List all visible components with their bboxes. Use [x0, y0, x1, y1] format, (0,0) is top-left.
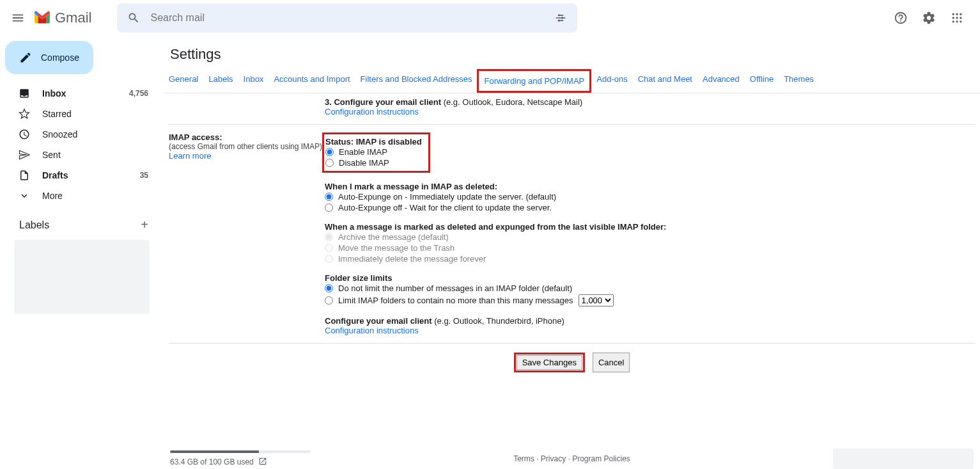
sidebar-item-label: More	[42, 191, 148, 201]
sidebar-item-count: 4,756	[129, 89, 148, 98]
imap-status: Status: IMAP is disabled	[325, 137, 422, 147]
pop-step-label: 3. Configure your email client	[325, 97, 441, 107]
search-input[interactable]	[144, 12, 550, 24]
svg-point-7	[956, 17, 958, 19]
svg-point-9	[953, 20, 954, 22]
sidebar-item-snoozed[interactable]: Snoozed	[5, 124, 159, 145]
apps-grid-icon	[951, 12, 963, 24]
svg-point-11	[960, 20, 961, 22]
compose-label: Compose	[41, 52, 79, 63]
sidebar-item-label: Inbox	[42, 88, 129, 99]
tab-general[interactable]: General	[164, 69, 203, 93]
clock-icon	[18, 129, 31, 140]
delete-forever-radio	[325, 255, 333, 263]
sidebar-item-starred[interactable]: Starred	[5, 104, 159, 124]
compose-button[interactable]: Compose	[5, 41, 93, 74]
policies-link[interactable]: Program Policies	[572, 454, 630, 463]
svg-point-4	[956, 13, 958, 15]
config-instructions-link-2[interactable]: Configuration instructions	[325, 326, 419, 335]
pencil-icon	[19, 51, 32, 64]
sidebar-item-label: Sent	[42, 150, 148, 160]
gmail-logo[interactable]: Gmail	[33, 10, 91, 26]
auto-expunge-on-radio[interactable]	[325, 193, 333, 201]
imap-access-sub: (access Gmail from other clients using I…	[169, 142, 325, 151]
imap-status-highlight: Status: IMAP is disabled Enable IMAP Dis…	[322, 132, 430, 173]
file-icon	[18, 170, 31, 181]
add-label-button[interactable]: +	[141, 218, 148, 232]
settings-button[interactable]	[916, 5, 942, 31]
tab-add-ons[interactable]: Add-ons	[591, 69, 632, 93]
tab-themes[interactable]: Themes	[779, 69, 819, 93]
search-bar[interactable]	[117, 3, 577, 33]
gmail-logo-text: Gmail	[55, 10, 91, 26]
settings-tabs: GeneralLabelsInboxAccounts and ImportFil…	[164, 69, 980, 93]
sidebar-item-inbox[interactable]: Inbox4,756	[5, 83, 159, 104]
limit-radio[interactable]	[325, 296, 333, 305]
cancel-button[interactable]: Cancel	[593, 353, 630, 372]
sidebar-item-label: Starred	[42, 109, 148, 119]
svg-point-5	[960, 13, 961, 15]
sidebar-item-label: Snoozed	[42, 129, 148, 139]
save-highlight: Save Changes	[514, 353, 585, 372]
tab-accounts-and-import[interactable]: Accounts and Import	[268, 69, 355, 93]
hamburger-icon	[11, 11, 25, 25]
tab-filters-and-blocked-addresses[interactable]: Filters and Blocked Addresses	[355, 69, 478, 93]
terms-link[interactable]: Terms	[513, 454, 534, 463]
svg-point-8	[960, 17, 961, 19]
config-client-title: Configure your email client	[325, 316, 432, 326]
gmail-icon	[33, 11, 51, 25]
label-placeholder	[14, 240, 150, 314]
sidebar-item-label: Drafts	[42, 170, 140, 180]
main-menu-button[interactable]	[5, 5, 31, 31]
sidebar-item-sent[interactable]: Sent	[5, 145, 159, 165]
tab-forwarding-and-pop-imap[interactable]: Forwarding and POP/IMAP	[477, 69, 591, 93]
svg-point-1	[561, 17, 563, 19]
expand-icon	[18, 190, 31, 202]
folder-header: Folder size limits	[325, 273, 975, 283]
auto-expunge-off-radio[interactable]	[325, 203, 333, 212]
sidebar-item-count: 35	[140, 171, 148, 180]
account-activity-placeholder	[833, 449, 974, 469]
inbox-icon	[18, 88, 31, 99]
imap-access-title: IMAP access:	[169, 132, 325, 142]
config-instructions-link-1[interactable]: Configuration instructions	[325, 107, 419, 116]
trash-radio	[325, 244, 333, 252]
open-in-new-icon[interactable]	[258, 457, 267, 468]
settings-title: Settings	[164, 36, 980, 69]
apps-button[interactable]	[944, 5, 970, 31]
search-options-icon[interactable]	[550, 8, 571, 28]
sidebar-item-drafts[interactable]: Drafts35	[5, 165, 159, 186]
disable-imap-radio[interactable]	[325, 159, 334, 167]
svg-point-3	[953, 13, 954, 15]
app-header: Gmail	[0, 0, 980, 36]
search-icon[interactable]	[123, 8, 144, 28]
svg-point-10	[956, 20, 958, 22]
sidebar: Compose Inbox4,756StarredSnoozedSentDraf…	[0, 36, 159, 469]
config-client-hint: (e.g. Outlook, Thunderbird, iPhone)	[434, 316, 564, 326]
tab-chat-and-meet[interactable]: Chat and Meet	[633, 69, 697, 93]
no-limit-radio[interactable]	[325, 284, 333, 292]
settings-main: Settings GeneralLabelsInboxAccounts and …	[159, 36, 980, 469]
send-icon	[18, 149, 31, 161]
archive-radio	[325, 233, 333, 241]
sidebar-item-more[interactable]: More	[5, 186, 159, 206]
tab-offline[interactable]: Offline	[745, 69, 779, 93]
footer: 63.4 GB of 100 GB used Terms · Privacy ·…	[164, 443, 980, 469]
svg-point-2	[558, 20, 560, 22]
folder-limit-select[interactable]: 1,000	[579, 294, 614, 306]
privacy-link[interactable]: Privacy	[541, 454, 566, 463]
expunge-header: When a message is marked as deleted and …	[325, 222, 975, 232]
learn-more-link[interactable]: Learn more	[169, 151, 211, 161]
labels-header: Labels +	[5, 218, 159, 232]
settings-content: 3. Configure your email client (e.g. Out…	[164, 93, 980, 443]
button-row: Save Changes Cancel	[164, 347, 980, 378]
svg-point-6	[953, 17, 954, 19]
tab-labels[interactable]: Labels	[203, 69, 238, 93]
enable-imap-radio[interactable]	[325, 148, 334, 156]
storage-text: 63.4 GB of 100 GB used	[170, 457, 254, 466]
gear-icon	[922, 11, 936, 25]
tab-advanced[interactable]: Advanced	[697, 69, 745, 93]
support-button[interactable]	[888, 5, 914, 31]
save-changes-button[interactable]: Save Changes	[517, 355, 582, 370]
tab-inbox[interactable]: Inbox	[238, 69, 269, 93]
